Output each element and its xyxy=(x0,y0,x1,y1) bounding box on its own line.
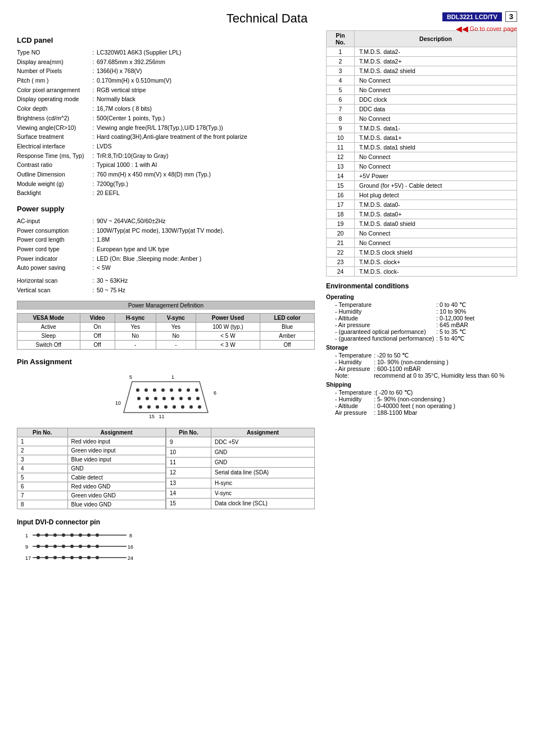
lcd-spec-row: Response Time (ms, Typ):TrR:8,TrD:10(Gra… xyxy=(17,151,315,161)
power-spec-row: Vertical scan:50 ~ 75 Hz xyxy=(17,286,315,295)
env-row: - Humidity: 5- 90% (non-condensing ) xyxy=(326,396,455,402)
spec-label: Power cord length xyxy=(17,235,90,245)
pin-number: 14 xyxy=(327,171,355,181)
pin-assignment-title: Pin Assignment xyxy=(17,357,315,366)
pin-description: T.M.D.S. data1 shield xyxy=(355,143,517,152)
right-pin-row: 21No Connect xyxy=(327,238,517,248)
spec-value: 30 ~ 63KHz xyxy=(97,276,315,286)
svg-point-22 xyxy=(181,405,184,409)
spec-label: Display operating mode xyxy=(17,94,90,104)
power-spec-row: Auto power saving:< 5W xyxy=(17,263,315,273)
pin-number: 24 xyxy=(327,267,355,277)
right-pin-row: 6DDC clock xyxy=(327,95,517,105)
lcd-spec-row: Backlight:20 EEFL xyxy=(17,188,315,198)
pin-description: No Connect xyxy=(355,238,517,248)
pin-number: 21 xyxy=(327,238,355,248)
dvi-svg: 1 8 9 xyxy=(22,529,146,566)
pin-number: 5 xyxy=(327,85,355,95)
svg-point-19 xyxy=(156,405,159,409)
svg-text:16: 16 xyxy=(128,544,133,550)
pm-cell: 100 W (typ.) xyxy=(196,322,260,331)
env-param: - Humidity xyxy=(326,308,436,315)
pm-cell: No xyxy=(115,331,156,340)
svg-point-44 xyxy=(87,545,90,548)
right-pin-col-pinno: Pin No. xyxy=(327,31,355,47)
svg-point-30 xyxy=(62,533,65,537)
svg-point-9 xyxy=(137,397,141,400)
env-param: - Humidity xyxy=(326,396,374,402)
lcd-panel-specs: Type NO:LC320W01 A6K3 (Supplier LPL)Disp… xyxy=(17,48,315,198)
spec-label: Backlight xyxy=(17,188,90,198)
power-spec-row: Power cord type:European type and UK typ… xyxy=(17,245,315,254)
pm-header: H-sync xyxy=(115,313,156,322)
pin-row: 6Red video GND xyxy=(17,482,166,491)
env-row: - Altitude: 0-12,000 feet xyxy=(326,315,474,322)
env-param: - (guaranteed functional performance) xyxy=(326,335,436,342)
spec-colon: : xyxy=(90,188,97,198)
pin-cell: Data clock line (SCL) xyxy=(211,499,314,509)
pin-row: 3Blue video input xyxy=(17,455,166,464)
spec-colon: : xyxy=(90,94,97,104)
pm-cell: Yes xyxy=(156,322,196,331)
spec-value: TrR:8,TrD:10(Gray to Gray) xyxy=(97,151,315,161)
cover-page-link[interactable]: ◀◀ Go to cover page xyxy=(456,24,517,33)
spec-colon: : xyxy=(90,66,97,76)
spec-value: Typical 1000 : 1 with AI xyxy=(97,160,315,170)
lcd-spec-row: Color depth:16,7M colors ( 8 bits) xyxy=(17,104,315,114)
pin-description: T.M.D.S. clock+ xyxy=(355,257,517,267)
env-value: : -20 to 50 ℃ xyxy=(374,352,504,359)
spec-colon: : xyxy=(90,123,97,133)
spec-value: 90V ~ 264VAC,50/60±2Hz xyxy=(97,216,315,226)
spec-label: Display area(mm) xyxy=(17,57,90,67)
env-shipping-rows: - Temperature:( -20 to 60 ℃)- Humidity: … xyxy=(326,389,517,416)
right-pin-row: 24T.M.D.S. clock- xyxy=(327,267,517,277)
spec-colon: : xyxy=(90,57,97,67)
spec-value: 0.170mm(H) x 0.510mum(V) xyxy=(97,76,315,85)
svg-point-27 xyxy=(37,533,40,537)
pin-row: 15Data clock line (SCL) xyxy=(166,499,315,509)
power-management-section: Power Management Definition VESA ModeVid… xyxy=(17,301,315,350)
pin-number: 23 xyxy=(327,257,355,267)
svg-point-21 xyxy=(173,405,176,409)
spec-value: Viewing angle free(R/L 178(Typ.),U/D 178… xyxy=(97,123,315,133)
pin-col-header: Pin No. xyxy=(17,428,68,437)
dvi-diagram: 1 8 9 xyxy=(22,529,315,567)
power-spec-row: Power cord length:1.8M xyxy=(17,235,315,245)
spec-colon: : xyxy=(90,235,97,245)
svg-point-54 xyxy=(79,556,82,559)
env-param: - Temperature xyxy=(326,352,374,359)
env-row: - Air pressure: 645 mBAR xyxy=(326,322,474,328)
spec-label: AC-input xyxy=(17,216,90,226)
svg-text:9: 9 xyxy=(25,544,28,550)
lcd-spec-row: Number of Pixels:1366(H) x 768(V) xyxy=(17,66,315,76)
pin-number: 6 xyxy=(327,95,355,105)
pin-cell: 6 xyxy=(17,482,68,491)
env-table: - Temperature: 0 to 40 ℃- Humidity: 10 t… xyxy=(326,301,474,342)
pm-header: Power Used xyxy=(196,313,260,322)
spec-value: 100W/Typ(at PC mode), 130W/Typ(at TV mod… xyxy=(97,226,315,236)
spec-colon: : xyxy=(90,245,97,254)
right-pin-row: 14+5V Power xyxy=(327,171,517,181)
lcd-spec-row: Surface treatment:Hard coating(3H),Anti-… xyxy=(17,132,315,142)
pin-cell: H-sync xyxy=(211,478,314,488)
svg-point-42 xyxy=(70,545,74,548)
power-management-table: VESA ModeVideoH-syncV-syncPower UsedLED … xyxy=(17,313,315,350)
svg-text:24: 24 xyxy=(128,555,133,561)
spec-colon: : xyxy=(90,286,97,295)
left-column: LCD panel Type NO:LC320W01 A6K3 (Supplie… xyxy=(17,30,315,567)
svg-point-43 xyxy=(79,545,82,548)
spec-value: 16,7M colors ( 8 bits) xyxy=(97,104,315,114)
pin-number: 13 xyxy=(327,162,355,171)
pin-number: 12 xyxy=(327,152,355,162)
pin-cell: Red video GND xyxy=(67,482,165,491)
pin-description: T.M.D.S. data1+ xyxy=(355,133,517,143)
pin-description: Ground (for +5V) - Cable detect xyxy=(355,181,517,191)
pin-number: 15 xyxy=(327,181,355,191)
pin-cell: DDC +5V xyxy=(211,437,314,447)
spec-value: RGB vertical stripe xyxy=(97,85,315,95)
pin-number: 10 xyxy=(327,133,355,143)
lcd-spec-row: Display area(mm):697.685mm x 392.256mm xyxy=(17,57,315,67)
pin-row: 7Green video GND xyxy=(17,491,166,500)
pin-cell: 10 xyxy=(166,447,211,457)
pin-row: 11GND xyxy=(166,458,315,468)
